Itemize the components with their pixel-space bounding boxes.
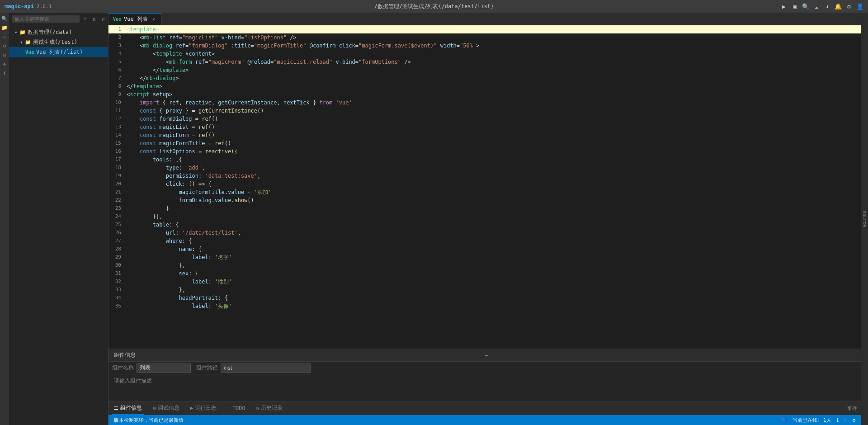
tab-todo[interactable]: ≡ TODO bbox=[226, 402, 247, 415]
status-icon-2[interactable]: ♡ bbox=[844, 417, 847, 423]
tree-item-test-folder[interactable]: ▾ 📁 测试生成(/test) bbox=[9, 37, 108, 47]
tab-history[interactable]: ◷ 历史记录 bbox=[255, 402, 285, 415]
line-num-23: 23 bbox=[108, 204, 127, 212]
line-content-12: const formDialog = ref() bbox=[127, 115, 861, 123]
search-icon2[interactable]: 🔍 bbox=[802, 3, 809, 10]
tree-item-list-file[interactable]: Vue Vue 列表(/list) bbox=[9, 47, 108, 57]
line-num-24: 24 bbox=[108, 212, 127, 221]
line-content-23: } bbox=[127, 204, 861, 212]
name-label: 组件名称 bbox=[112, 364, 134, 372]
code-editor[interactable]: 1 <template> 2 <mb-list ref="magicList" … bbox=[108, 25, 861, 349]
sidebar-collapse[interactable]: ❮ bbox=[0, 69, 9, 77]
path-field-group: 组件路径 bbox=[196, 364, 311, 373]
settings-icon2[interactable]: ⚙ bbox=[845, 3, 853, 10]
add-btn[interactable]: + bbox=[81, 15, 89, 23]
code-line-3: 3 <mb-dialog ref="formDialog" :title="ma… bbox=[108, 42, 861, 50]
user-icon[interactable]: 👤 bbox=[856, 3, 863, 10]
line-num-8: 8 bbox=[108, 82, 127, 90]
search-input[interactable] bbox=[12, 15, 80, 23]
monitor-icon[interactable]: ▣ bbox=[791, 3, 798, 10]
event-label[interactable]: 事件 bbox=[847, 405, 857, 412]
line-num-31: 31 bbox=[108, 269, 127, 278]
line-content-30: }, bbox=[127, 261, 861, 269]
code-line-2: 2 <mb-list ref="magicList" v-bind="listO… bbox=[108, 33, 861, 42]
line-num-35: 35 bbox=[108, 302, 127, 310]
code-line-5: 5 <mb-form ref="magicForm" @reload="magi… bbox=[108, 58, 861, 66]
tab-label: Vue 列表 bbox=[124, 15, 148, 23]
file-tree-panel: + ⇅ ⇄ ⊕ − ▾ 📁 数据管理(/data) ▾ 📁 测试生成(/test… bbox=[9, 13, 108, 425]
line-num-12: 12 bbox=[108, 115, 127, 123]
sidebar-list[interactable]: ≡ bbox=[0, 33, 9, 41]
sidebar-api[interactable]: ◎ bbox=[0, 51, 9, 59]
line-num-26: 26 bbox=[108, 229, 127, 237]
sort-btn[interactable]: ⇅ bbox=[90, 15, 98, 23]
line-num-21: 21 bbox=[108, 188, 127, 196]
line-content-1: <template> bbox=[127, 25, 861, 33]
collapse-btn[interactable]: − bbox=[485, 352, 855, 359]
tab-component-info[interactable]: ☰ 组件信息 bbox=[112, 402, 144, 415]
tab-history-label: 历史记录 bbox=[261, 404, 283, 412]
code-line-12: 12 const formDialog = ref() bbox=[108, 115, 861, 123]
line-num-10: 10 bbox=[108, 99, 127, 107]
line-num-30: 30 bbox=[108, 261, 127, 269]
folder-open-icon2: 📁 bbox=[25, 39, 31, 45]
chevron-down-icon2: ▾ bbox=[20, 39, 23, 45]
status-icon-1[interactable]: ℹ bbox=[837, 417, 839, 423]
path-label: 组件路径 bbox=[196, 364, 218, 372]
editor-tab-list[interactable]: Vue Vue 列表 ✕ bbox=[108, 13, 162, 25]
tree-item-label2: 测试生成(/test) bbox=[33, 38, 78, 46]
tab-debug-info[interactable]: ⚙ 调试信息 bbox=[151, 402, 181, 415]
component-path-input[interactable] bbox=[221, 364, 311, 373]
sidebar-folder[interactable]: 📁 bbox=[0, 24, 9, 32]
line-content-18: type: 'add', bbox=[127, 164, 861, 172]
source-label: source bbox=[862, 211, 867, 227]
sidebar-settings[interactable]: ⚙ bbox=[0, 42, 9, 50]
code-line-31: 31 sex: { bbox=[108, 269, 861, 278]
line-content-4: <template #content> bbox=[127, 50, 861, 58]
code-line-20: 20 click: () => { bbox=[108, 180, 861, 188]
line-content-27: where: { bbox=[127, 237, 861, 245]
code-line-25: 25 table: { bbox=[108, 221, 861, 229]
line-num-3: 3 bbox=[108, 42, 127, 50]
line-num-19: 19 bbox=[108, 172, 127, 180]
component-name-input[interactable] bbox=[137, 364, 191, 373]
filter-btn[interactable]: ⇄ bbox=[99, 15, 107, 23]
download-icon[interactable]: ⬇ bbox=[824, 3, 831, 10]
line-num-27: 27 bbox=[108, 237, 127, 245]
line-num-25: 25 bbox=[108, 221, 127, 229]
source-panel[interactable]: source bbox=[861, 13, 868, 425]
description-placeholder: 请输入组件描述 bbox=[114, 378, 152, 384]
line-num-11: 11 bbox=[108, 107, 127, 115]
line-num-13: 13 bbox=[108, 123, 127, 131]
code-line-34: 34 headPortrait: { bbox=[108, 294, 861, 302]
run-icon[interactable]: ▶ bbox=[780, 3, 788, 10]
code-line-33: 33 }, bbox=[108, 286, 861, 294]
sidebar-search[interactable]: 🔍 bbox=[0, 14, 9, 23]
sidebar-components[interactable]: ❖ bbox=[0, 60, 9, 68]
line-num-7: 7 bbox=[108, 74, 127, 82]
line-content-29: label: '名字' bbox=[127, 253, 861, 261]
editor-tabs: Vue Vue 列表 ✕ bbox=[108, 13, 861, 25]
file-tree-toolbar: + ⇅ ⇄ ⊕ − bbox=[9, 13, 108, 25]
tab-close-btn[interactable]: ✕ bbox=[151, 16, 157, 23]
vue-file-icon: Vue bbox=[25, 49, 34, 55]
line-content-34: headPortrait: { bbox=[127, 294, 861, 302]
line-content-3: <mb-dialog ref="formDialog" :title="magi… bbox=[127, 42, 861, 50]
bell-icon[interactable]: 🔔 bbox=[835, 3, 842, 10]
tab-history-icon: ◷ bbox=[256, 405, 259, 411]
line-content-16: const listOptions = reactive({ bbox=[127, 147, 861, 156]
line-content-14: const magicForm = ref() bbox=[127, 131, 861, 139]
tab-component-icon: ☰ bbox=[114, 405, 118, 411]
status-icon-3[interactable]: ⚙ bbox=[852, 417, 855, 423]
line-num-33: 33 bbox=[108, 286, 127, 294]
line-num-5: 5 bbox=[108, 58, 127, 66]
line-content-7: </mb-dialog> bbox=[127, 74, 861, 82]
tab-run-log[interactable]: ▶ 运行日志 bbox=[189, 402, 219, 415]
tree-item-data-root[interactable]: ▾ 📁 数据管理(/data) bbox=[9, 27, 108, 37]
line-content-20: click: () => { bbox=[127, 180, 861, 188]
line-num-15: 15 bbox=[108, 139, 127, 147]
bottom-panel: 组件信息 − 组件名称 组件路径 请输入组件描述 bbox=[108, 349, 861, 425]
code-line-13: 13 const magicList = ref() bbox=[108, 123, 861, 131]
upload-icon[interactable]: ☁ bbox=[813, 3, 820, 10]
status-bar: 版本检测完毕，当前已是最新版 🔵 当前已在线: 1人 ℹ ♡ ⚙ bbox=[108, 415, 861, 425]
